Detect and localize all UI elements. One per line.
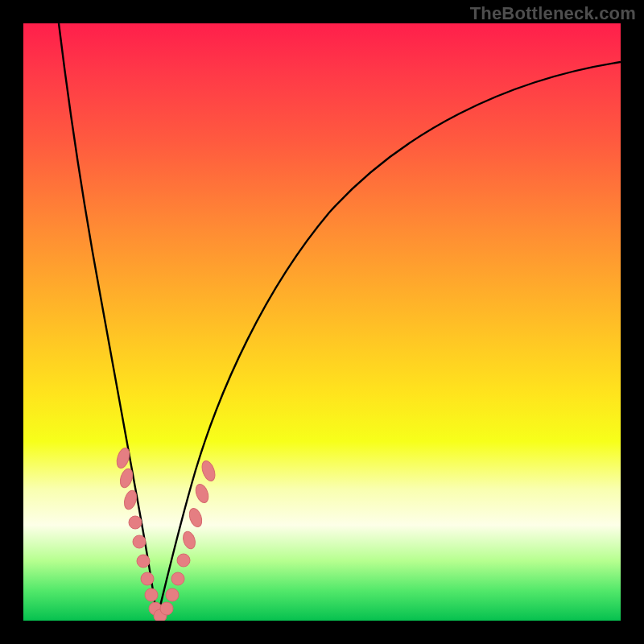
watermark-text: TheBottleneck.com xyxy=(470,3,636,24)
svg-point-14 xyxy=(181,530,197,550)
svg-point-4 xyxy=(133,535,146,548)
svg-point-6 xyxy=(141,572,154,585)
curve-left-branch xyxy=(59,23,157,619)
svg-point-17 xyxy=(200,459,217,482)
svg-point-7 xyxy=(145,588,158,601)
svg-point-3 xyxy=(129,516,142,529)
svg-point-15 xyxy=(187,506,204,528)
svg-point-5 xyxy=(137,555,150,568)
marker-cluster xyxy=(114,446,217,621)
plot-area xyxy=(23,23,621,621)
curve-right-branch xyxy=(157,62,621,619)
outer-frame: TheBottleneck.com xyxy=(0,0,644,644)
svg-point-10 xyxy=(160,602,173,615)
chart-svg xyxy=(23,23,621,621)
svg-point-11 xyxy=(166,588,179,601)
svg-point-16 xyxy=(193,482,210,504)
svg-point-13 xyxy=(177,554,190,567)
svg-point-12 xyxy=(171,572,184,585)
